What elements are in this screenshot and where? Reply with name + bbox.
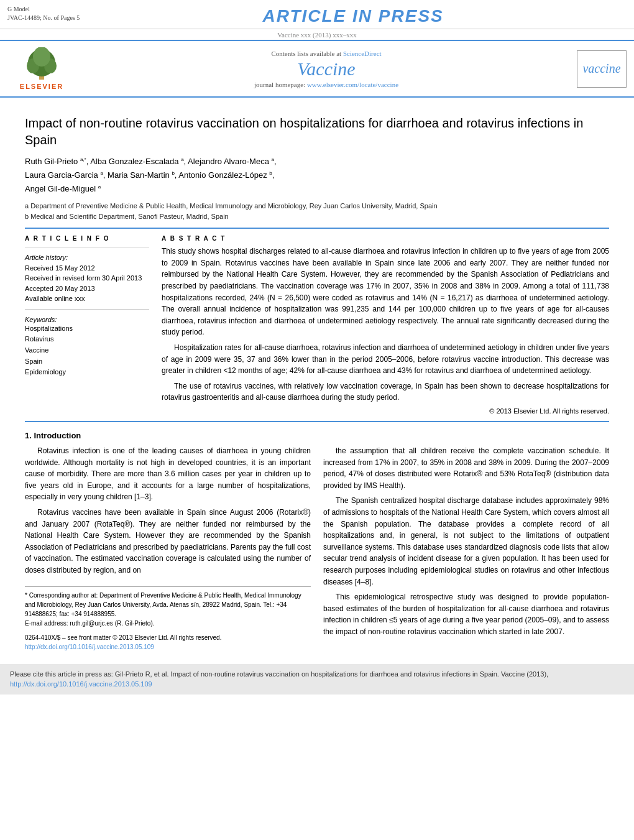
authors: Ruth Gil-Prieto a,*, Alba Gonzalez-Escal… bbox=[25, 155, 609, 196]
intro-para5: This epidemiological retrospective study… bbox=[323, 591, 609, 637]
abstract-para1: This study shows hospital discharges rel… bbox=[162, 246, 609, 338]
g-model-label: G Model bbox=[7, 5, 80, 14]
homepage-label: journal homepage: bbox=[254, 81, 305, 88]
journal-banner: ELSEVIER Contents lists available at Sci… bbox=[0, 41, 634, 98]
article-info-title: A R T I C L E I N F O bbox=[25, 235, 149, 242]
abstract-text: This study shows hospital discharges rel… bbox=[162, 246, 609, 404]
divider-thin-1 bbox=[25, 247, 149, 247]
intro-para3: the assumption that all children receive… bbox=[323, 445, 609, 491]
footnote-issn: 0264-410X/$ – see front matter © 2013 El… bbox=[25, 633, 311, 642]
abstract-para3: The use of rotavirus vaccines, with rela… bbox=[162, 381, 609, 404]
footnote-area: * Corresponding author at: Department of… bbox=[25, 586, 311, 652]
section-introduction: 1. Introduction Rotavirus infection is o… bbox=[25, 431, 609, 652]
authors-text: Ruth Gil-Prieto a,*, Alba Gonzalez-Escal… bbox=[25, 157, 277, 193]
divider-blue-1 bbox=[25, 228, 609, 229]
elsevier-logo: ELSEVIER bbox=[7, 47, 76, 90]
journal-url: Vaccine xxx (2013) xxx–xxx bbox=[0, 29, 634, 41]
copyright-line: © 2013 Elsevier Ltd. All rights reserved… bbox=[162, 407, 609, 415]
article-history: Article history: Received 15 May 2012 Re… bbox=[25, 252, 149, 304]
elsevier-text: ELSEVIER bbox=[20, 83, 63, 90]
sciencedirect-anchor[interactable]: ScienceDirect bbox=[343, 50, 382, 57]
footnote-issn-area: 0264-410X/$ – see front matter © 2013 El… bbox=[25, 633, 311, 652]
intro-para2: Rotavirus vaccines have been available i… bbox=[25, 507, 311, 576]
footnote-doi: http://dx.doi.org/10.1016/j.vaccine.2013… bbox=[25, 642, 311, 652]
abstract-title: A B S T R A C T bbox=[162, 235, 609, 242]
article-title: Impact of non-routine rotavirus vaccinat… bbox=[25, 115, 609, 149]
intro-para4: The Spanish centralized hospital dischar… bbox=[323, 495, 609, 588]
revised-date: Received in revised form 30 April 2013 bbox=[25, 273, 149, 284]
body-col-left: Rotavirus infection is one of the leadin… bbox=[25, 445, 311, 652]
journal-name: Vaccine bbox=[76, 58, 577, 80]
divider-blue-2 bbox=[25, 421, 609, 422]
elsevier-tree-icon bbox=[17, 47, 67, 81]
footnote-doi-link[interactable]: http://dx.doi.org/10.1016/j.vaccine.2013… bbox=[25, 644, 154, 650]
sciencedirect-link: Contents lists available at ScienceDirec… bbox=[76, 50, 577, 57]
journal-center: Contents lists available at ScienceDirec… bbox=[76, 50, 577, 88]
keywords-label: Keywords: bbox=[25, 316, 149, 323]
affiliation-a: a Department of Preventive Medicine & Pu… bbox=[25, 201, 609, 211]
section-1-body: Rotavirus infection is one of the leadin… bbox=[25, 445, 609, 652]
jvac-ref: JVAC-14489; No. of Pages 5 bbox=[7, 14, 80, 22]
footnote-email: E-mail address: ruth.gil@urjc.es (R. Gil… bbox=[25, 619, 311, 628]
journal-homepage: journal homepage: www.elsevier.com/locat… bbox=[76, 81, 577, 88]
affiliation-b: b Medical and Scientific Department, San… bbox=[25, 211, 609, 222]
abstract-para2: Hospitalization rates for all-cause diar… bbox=[162, 342, 609, 377]
top-header: G Model JVAC-14489; No. of Pages 5 ARTIC… bbox=[0, 0, 634, 29]
accepted-date: Accepted 20 May 2013 bbox=[25, 284, 149, 294]
abstract-col: A B S T R A C T This study shows hospita… bbox=[162, 235, 609, 415]
g-model-info: G Model JVAC-14489; No. of Pages 5 bbox=[7, 5, 80, 22]
keyword-4: Spain bbox=[25, 356, 149, 367]
received-date: Received 15 May 2012 bbox=[25, 263, 149, 274]
keyword-1: Hospitalizations bbox=[25, 323, 149, 335]
body-text-right: the assumption that all children receive… bbox=[323, 445, 609, 638]
svg-point-4 bbox=[33, 47, 50, 67]
footnote-email-text: E-mail address: ruth.gil@urjc.es (R. Gil… bbox=[25, 620, 155, 627]
article-info-abstract-section: A R T I C L E I N F O Article history: R… bbox=[25, 235, 609, 415]
homepage-url[interactable]: www.elsevier.com/locate/vaccine bbox=[307, 81, 398, 88]
keyword-2: Rotavirus bbox=[25, 334, 149, 345]
affiliations: a Department of Preventive Medicine & Pu… bbox=[25, 201, 609, 221]
article-in-press-banner: ARTICLE IN PRESS bbox=[80, 5, 627, 26]
footer-bar: Please cite this article in press as: Gi… bbox=[0, 664, 634, 695]
online-date: Available online xxx bbox=[25, 293, 149, 304]
vaccine-logo-box: vaccine bbox=[577, 50, 627, 88]
body-col-right: the assumption that all children receive… bbox=[323, 445, 609, 652]
keyword-3: Vaccine bbox=[25, 345, 149, 356]
divider-thin-2 bbox=[25, 309, 149, 310]
keywords-section: Keywords: Hospitalizations Rotavirus Vac… bbox=[25, 316, 149, 378]
footnote-star-text: * Corresponding author at: Department of… bbox=[25, 592, 301, 617]
footer-cite-text: Please cite this article in press as: Gi… bbox=[10, 670, 548, 678]
article-info-col: A R T I C L E I N F O Article history: R… bbox=[25, 235, 149, 415]
history-label: Article history: bbox=[25, 254, 68, 261]
footer-cite-url[interactable]: http://dx.doi.org/10.1016/j.vaccine.2013… bbox=[10, 680, 152, 688]
article-content: Impact of non-routine rotavirus vaccinat… bbox=[0, 98, 634, 658]
footnote-star: * Corresponding author at: Department of… bbox=[25, 591, 311, 619]
keyword-5: Epidemiology bbox=[25, 367, 149, 378]
intro-para1: Rotavirus infection is one of the leadin… bbox=[25, 445, 311, 503]
body-text-left: Rotavirus infection is one of the leadin… bbox=[25, 445, 311, 576]
section-1-title: 1. Introduction bbox=[25, 431, 609, 440]
vaccine-logo-text: vaccine bbox=[582, 62, 620, 76]
